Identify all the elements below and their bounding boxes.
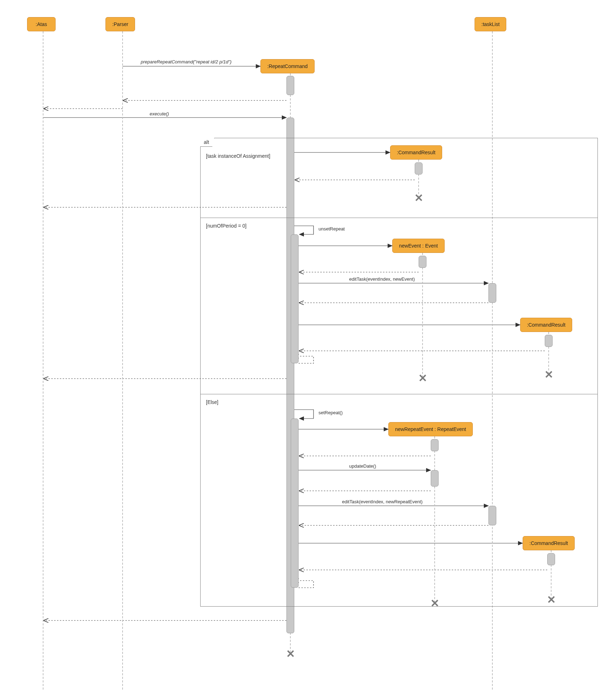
lifeline-line-parser (122, 31, 123, 690)
fragment-divider-2 (201, 394, 597, 394)
lifeline-head-repeatcommand: :RepeatCommand (260, 59, 315, 73)
fragment-operator: alt (200, 138, 214, 147)
destroy-icon: ✕ (413, 192, 424, 203)
msg-prepare: prepareRepeatCommand("repeat id/2 p/1d") (141, 59, 232, 64)
msg-execute: execute() (150, 111, 169, 116)
fragment-divider-1 (201, 218, 597, 218)
lifeline-head-parser: :Parser (105, 17, 135, 31)
lifeline-head-atas: :Atas (27, 17, 56, 31)
fragment-alt: alt [task instanceOf Assignment] [numOfP… (200, 138, 598, 607)
lifeline-line-atas (43, 31, 43, 690)
destroy-icon: ✕ (546, 594, 557, 605)
lifeline-head-tasklist: :taskList (475, 17, 506, 31)
destroy-icon: ✕ (285, 648, 296, 659)
destroy-icon: ✕ (429, 598, 440, 608)
guard-2: [numOfPeriod = 0] (206, 223, 247, 229)
guard-3: [Else] (206, 399, 218, 405)
destroy-icon: ✕ (417, 373, 428, 383)
sequence-diagram: :Atas :Parser :RepeatCommand :taskList :… (0, 0, 616, 696)
guard-1: [task instanceOf Assignment] (206, 153, 270, 159)
activation-repeatcommand-create (286, 76, 294, 95)
destroy-icon: ✕ (543, 369, 554, 380)
